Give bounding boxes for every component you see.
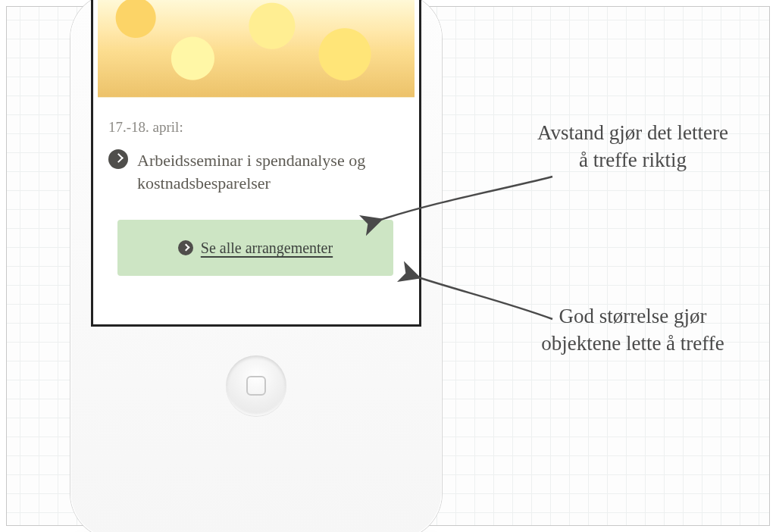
chevron-right-icon	[108, 149, 128, 169]
home-icon	[246, 376, 266, 396]
cta-label: Se alle arrangementer	[201, 239, 333, 257]
phone-mockup: 17.-18. april: Arbeidsseminar i spendana…	[70, 0, 442, 532]
chevron-right-icon	[178, 240, 193, 255]
screen-frame: 17.-18. april: Arbeidsseminar i spendana…	[91, 0, 421, 327]
event-item[interactable]: Arbeidsseminar i spendanalyse og kostnad…	[108, 149, 402, 194]
home-button[interactable]	[226, 355, 286, 416]
event-title: Arbeidsseminar i spendanalyse og kostnad…	[137, 149, 402, 194]
content-area: 17.-18. april: Arbeidsseminar i spendana…	[93, 98, 419, 288]
event-date: 17.-18. april:	[108, 119, 402, 136]
annotation-size: God størrelse gjør objektene lette å tre…	[534, 302, 731, 358]
grid-canvas: 17.-18. april: Arbeidsseminar i spendana…	[6, 6, 770, 526]
annotation-spacing: Avstand gjør det lettere å treffe riktig	[534, 119, 731, 174]
see-all-events-button[interactable]: Se alle arrangementer	[117, 220, 393, 276]
screen: 17.-18. april: Arbeidsseminar i spendana…	[93, 0, 419, 324]
hero-image	[98, 0, 415, 98]
